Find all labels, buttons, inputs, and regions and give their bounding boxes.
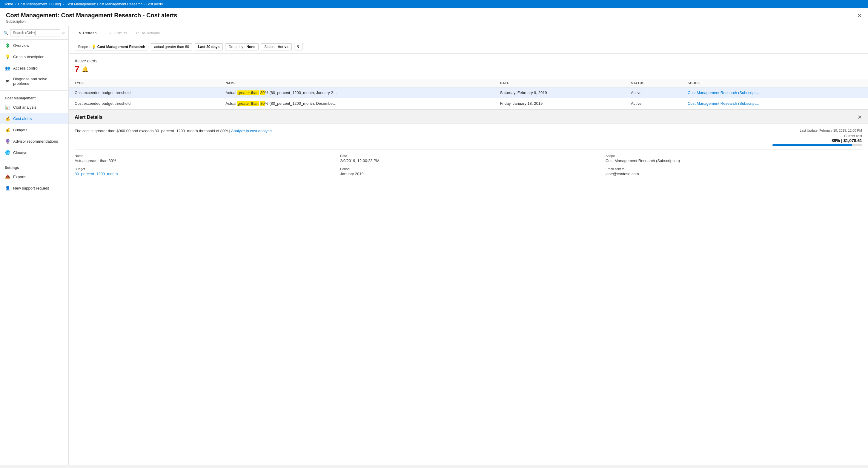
scope-link[interactable]: Cost Management Research (Subscript… <box>688 101 760 106</box>
cell-date: Saturday, February 9, 2019 <box>494 88 625 98</box>
page-close-button[interactable]: ✕ <box>857 12 862 19</box>
sidebar-item-label: Overview <box>13 43 29 48</box>
exports-icon: 📤 <box>5 174 10 179</box>
alert-details-panel: Alert Details ✕ The cost is greater than… <box>69 109 868 181</box>
groupby-value: None <box>246 45 255 49</box>
sidebar-section-settings: Settings <box>0 162 68 171</box>
name-highlight-2: 80 <box>260 90 265 95</box>
scope-icon: 💡 <box>91 44 96 49</box>
bell-icon: 🔔 <box>82 66 88 72</box>
detail-cost-label: Current cost <box>772 134 862 137</box>
sidebar-divider-2 <box>0 160 68 160</box>
sidebar-item-overview[interactable]: 💲 Overview <box>0 40 68 51</box>
page-subtitle: Subscription <box>6 20 862 24</box>
advisor-icon: 🔮 <box>5 138 10 144</box>
top-breadcrumb: Home › Cost Management + Billing › Cost … <box>0 0 868 8</box>
dismiss-label: Dismiss <box>114 31 127 35</box>
sidebar-item-goto-subscription[interactable]: 💡 Go to subscription <box>0 51 68 62</box>
alerts-table: TYPE NAME DATE STATUS SCOPE Cost exceede… <box>69 79 868 109</box>
reactivate-button[interactable]: ↩ Re-Activate <box>132 29 164 37</box>
scope-link[interactable]: Cost Management Research (Subscript… <box>688 90 760 95</box>
sidebar-item-cost-alerts[interactable]: 💰 Cost alerts <box>0 113 68 124</box>
content-area: Active alerts 7 🔔 TYPE NAME DATE STATUS … <box>69 54 868 465</box>
cost-analysis-icon: 📊 <box>5 104 10 110</box>
filter-text[interactable]: actual greater than 80 <box>151 43 192 51</box>
date-filter[interactable]: Last 30 days <box>195 43 223 51</box>
filters-bar: Scope : 💡 Cost Management Research actua… <box>69 40 868 54</box>
detail-description-row: The cost is greater than $960.00 and exc… <box>75 129 862 150</box>
field-value: 2/9/2019, 12:00:23 PM <box>340 158 597 163</box>
sidebar-item-label: Cloudyn <box>13 150 28 155</box>
sidebar-item-advisor[interactable]: 🔮 Advisor recommendations <box>0 135 68 147</box>
main-layout: 🔍 « 💲 Overview 💡 Go to subscription 👥 Ac… <box>0 26 868 465</box>
detail-cost-value: 89% | $1,078.61 <box>772 138 862 143</box>
sidebar-section-cost: Cost Management <box>0 93 68 101</box>
sidebar-search-bar: 🔍 « <box>0 26 68 40</box>
advanced-filter-button[interactable]: ⊽ <box>294 43 303 51</box>
sidebar-item-label: Advisor recommendations <box>13 139 58 144</box>
sidebar-item-access-control[interactable]: 👥 Access control <box>0 62 68 74</box>
search-input[interactable] <box>10 29 60 36</box>
sidebar-item-label: Exports <box>13 175 26 179</box>
col-type: TYPE <box>69 79 219 88</box>
name-suffix: % (80_percent_1200_month, Decembe… <box>265 101 337 106</box>
field-label: Date <box>340 154 597 158</box>
sidebar-item-exports[interactable]: 📤 Exports <box>0 171 68 182</box>
alerts-count-row: 7 🔔 <box>75 64 862 74</box>
detail-field-scope: Scope Cost Management Research (Subscrip… <box>606 154 862 163</box>
status-filter[interactable]: Status : Active <box>261 43 292 51</box>
status-label: Status : <box>264 45 277 49</box>
alerts-section-title: Active alerts <box>75 59 862 63</box>
field-value: January 2019 <box>340 171 597 176</box>
name-suffix: % (80_percent_1200_month, January 2… <box>265 90 337 95</box>
search-icon: 🔍 <box>4 31 8 35</box>
cell-scope: Cost Management Research (Subscript… <box>682 88 868 98</box>
sidebar-item-cost-analysis[interactable]: 📊 Cost analysis <box>0 101 68 113</box>
status-value: Active <box>278 45 288 49</box>
detail-cost-box: Last Update: February 10, 2019, 12:00 PM… <box>772 129 862 146</box>
sidebar-collapse-button[interactable]: « <box>62 30 65 35</box>
analyze-link[interactable]: Analyze in cost analysis <box>231 129 272 133</box>
detail-field-name: Name Actual greater than 80% <box>75 154 331 163</box>
groupby-filter[interactable]: Group by : None <box>225 43 258 51</box>
dismiss-button[interactable]: ✓ Dismiss <box>105 29 131 37</box>
progress-bar-fill <box>772 144 852 146</box>
sidebar-item-support[interactable]: 👤 New support request <box>0 182 68 194</box>
sidebar-item-label: Access control <box>13 66 38 70</box>
cell-date: Friday, January 18, 2019 <box>494 98 625 109</box>
main-content: ↻ Refresh ✓ Dismiss ↩ Re-Activate Scope … <box>69 26 868 465</box>
table-row[interactable]: Cost exceeded budget threshold Actual gr… <box>69 88 868 98</box>
sidebar-divider-1 <box>0 90 68 91</box>
detail-field-period: Period January 2019 <box>340 167 597 176</box>
scope-filter[interactable]: Scope : 💡 Cost Management Research <box>75 43 148 51</box>
sidebar-item-diagnose[interactable]: ✖ Diagnose and solve problems <box>0 74 68 89</box>
sidebar-item-budgets[interactable]: 💰 Budgets <box>0 124 68 135</box>
sidebar-item-label: New support request <box>13 186 49 190</box>
access-icon: 👥 <box>5 65 10 71</box>
breadcrumb-home[interactable]: Home <box>4 2 13 6</box>
subscription-icon: 💡 <box>5 54 10 59</box>
breadcrumb-billing[interactable]: Cost Management + Billing <box>18 2 61 6</box>
reactivate-label: Re-Activate <box>140 31 160 35</box>
page-title: Cost Management: Cost Management Researc… <box>6 12 862 19</box>
overview-icon: 💲 <box>5 43 10 48</box>
progress-bar-container <box>772 144 862 146</box>
table-row[interactable]: Cost exceeded budget threshold Actual gr… <box>69 98 868 109</box>
field-label: Scope <box>606 154 862 158</box>
alert-details-title: Alert Details <box>75 115 102 120</box>
cell-scope: Cost Management Research (Subscript… <box>682 98 868 109</box>
breadcrumb-current: Cost Management: Cost Management Researc… <box>66 2 163 6</box>
cell-type: Cost exceeded budget threshold <box>69 98 219 109</box>
col-date: DATE <box>494 79 625 88</box>
refresh-button[interactable]: ↻ Refresh <box>75 29 100 37</box>
page-header: Cost Management: Cost Management Researc… <box>0 8 868 26</box>
cloudyn-icon: 🌐 <box>5 150 10 155</box>
field-value: Actual greater than 80% <box>75 158 331 163</box>
detail-last-update: Last Update: February 10, 2019, 12:00 PM <box>772 129 862 132</box>
detail-field-budget: Budget 80_percent_1200_month <box>75 167 331 176</box>
budget-link[interactable]: 80_percent_1200_month <box>75 171 118 176</box>
sidebar-item-cloudyn[interactable]: 🌐 Cloudyn <box>0 147 68 158</box>
detail-description: The cost is greater than $960.00 and exc… <box>75 129 767 133</box>
field-label: Period <box>340 167 597 171</box>
alert-details-close-button[interactable]: ✕ <box>858 114 862 121</box>
